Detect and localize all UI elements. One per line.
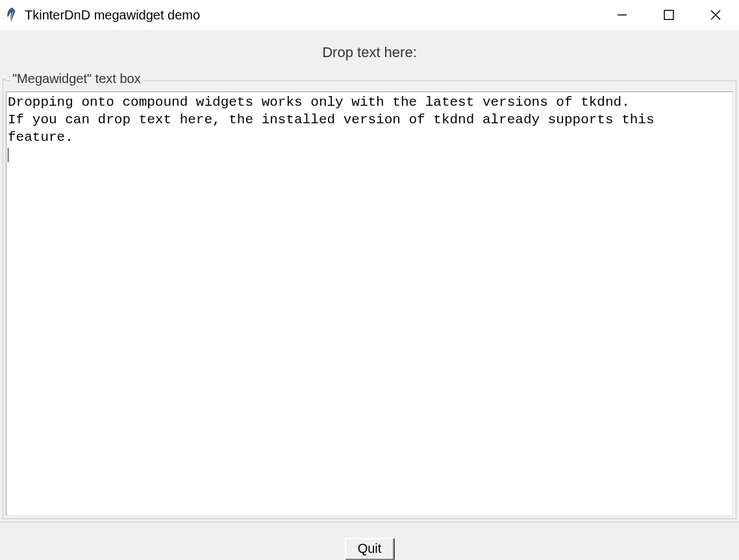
svg-rect-1 [664, 10, 673, 19]
close-button[interactable] [692, 0, 739, 30]
maximize-icon [663, 9, 675, 21]
maximize-button[interactable] [645, 0, 692, 30]
text-cursor-icon [8, 148, 8, 162]
quit-button[interactable]: Quit [345, 538, 395, 560]
minimize-icon [616, 9, 628, 21]
megawidget-labelframe: "Megawidget" text box Dropping onto comp… [3, 80, 736, 519]
text-content: Dropping onto compound widgets works onl… [8, 95, 655, 145]
window-controls [599, 0, 739, 30]
drop-text-area[interactable]: Dropping onto compound widgets works onl… [6, 91, 733, 516]
button-row: Quit [0, 522, 739, 560]
minimize-button[interactable] [599, 0, 645, 30]
client-area: Drop text here: "Megawidget" text box Dr… [0, 30, 739, 560]
labelframe-container: "Megawidget" text box Dropping onto comp… [0, 73, 739, 519]
drop-text-label: Drop text here: [0, 30, 739, 73]
titlebar-left: TkinterDnD megawidget demo [4, 7, 200, 23]
window-titlebar: TkinterDnD megawidget demo [0, 0, 739, 30]
labelframe-legend: "Megawidget" text box [10, 71, 144, 86]
tk-feather-icon [4, 7, 19, 23]
window-title: TkinterDnD megawidget demo [25, 8, 200, 23]
close-icon [709, 8, 722, 21]
